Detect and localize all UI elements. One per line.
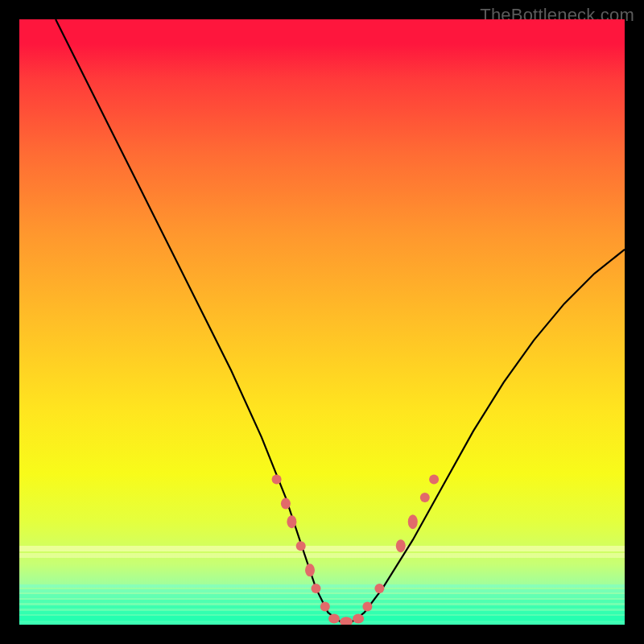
- chart-svg: [19, 19, 625, 625]
- curve-marker: [281, 498, 291, 510]
- curve-marker: [305, 564, 315, 576]
- gradient-band: [19, 589, 625, 592]
- gradient-band: [19, 605, 625, 609]
- gradient-band: [19, 546, 625, 551]
- gradient-band: [19, 611, 625, 614]
- curve-marker: [408, 514, 418, 529]
- curve-marker: [287, 515, 296, 528]
- curve-marker: [420, 493, 430, 502]
- bottleneck-curve: [56, 19, 625, 621]
- gradient-band: [19, 594, 625, 597]
- gradient-band: [19, 600, 625, 603]
- chart-plot-area: [19, 19, 625, 625]
- gradient-band: [19, 616, 625, 621]
- curve-marker: [272, 475, 282, 485]
- gradient-band: [19, 584, 625, 588]
- curve-marker: [429, 475, 439, 485]
- gradient-band: [19, 553, 625, 559]
